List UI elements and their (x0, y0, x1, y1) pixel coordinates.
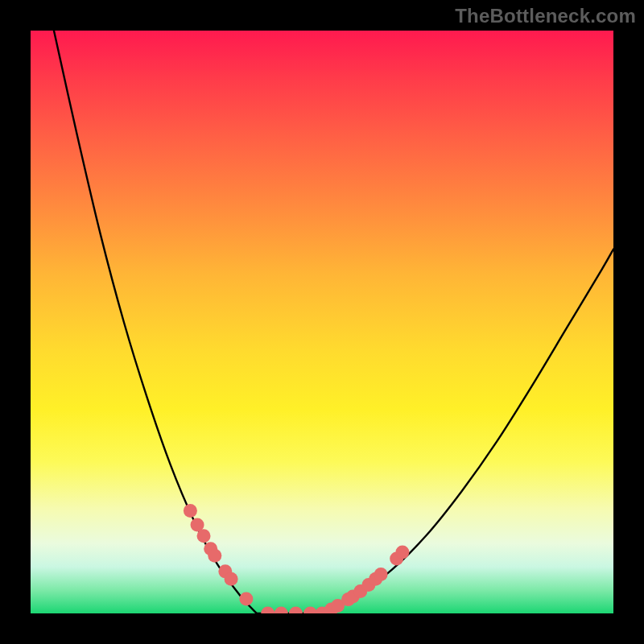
plot-area (31, 31, 613, 613)
bead-left-beads (225, 572, 238, 586)
bead-right-beads (395, 545, 409, 559)
watermark-text: TheBottleneck.com (455, 5, 636, 27)
bead-left-beads (239, 592, 253, 605)
chart-container: TheBottleneck.com (0, 0, 644, 644)
bead-left-beads (184, 504, 197, 518)
curve-left-curve (54, 31, 257, 613)
bead-left-beads (261, 607, 275, 614)
chart-svg (31, 31, 613, 613)
bead-right-beads (374, 568, 388, 581)
bead-left-beads (303, 607, 317, 614)
bead-left-beads (289, 607, 303, 614)
bead-left-beads (208, 549, 221, 563)
bead-left-beads (197, 529, 211, 543)
curve-right-curve (322, 250, 613, 614)
bead-left-beads (275, 607, 288, 614)
